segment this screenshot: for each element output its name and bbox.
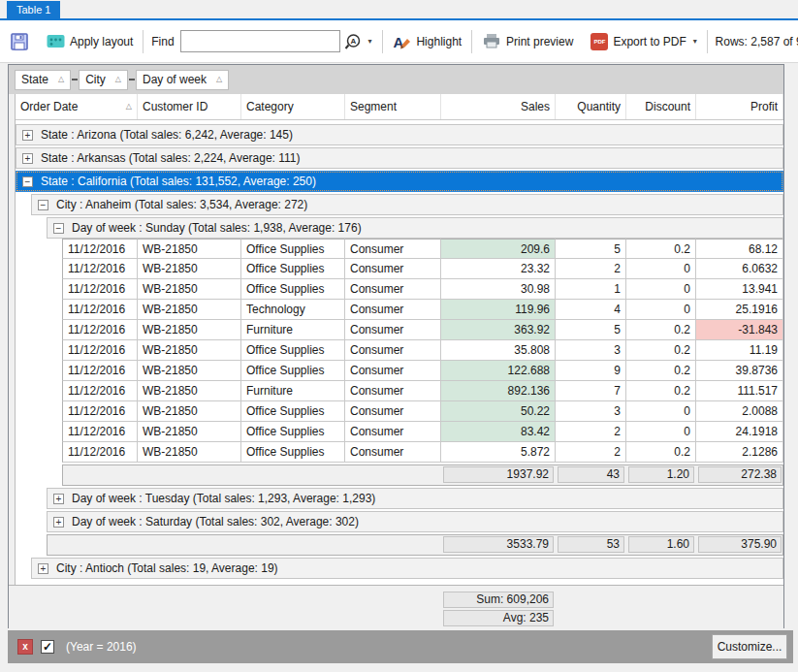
quantity-cell[interactable]: 1 <box>556 279 626 300</box>
order-date-cell[interactable]: 11/12/2016 <box>62 401 138 422</box>
expand-icon[interactable]: + <box>22 130 33 141</box>
table-row[interactable]: 11/12/2016WB-21850Office SuppliesConsume… <box>62 422 783 442</box>
sales-cell[interactable]: 119.96 <box>441 300 556 320</box>
expand-icon[interactable]: + <box>53 494 64 504</box>
group-row[interactable]: +State : Arizona (Total sales: 6,242, Av… <box>16 124 783 145</box>
quantity-cell[interactable]: 3 <box>556 340 626 361</box>
customer-id-cell[interactable]: WB-21850 <box>138 401 241 422</box>
sales-cell[interactable]: 35.808 <box>441 340 556 361</box>
expand-icon[interactable]: + <box>22 153 33 164</box>
table-row[interactable]: 11/12/2016WB-21850Office SuppliesConsume… <box>62 361 783 381</box>
quantity-cell[interactable]: 5 <box>556 239 626 259</box>
segment-cell[interactable]: Consumer <box>345 361 441 381</box>
export-pdf-dropdown-arrow[interactable]: ▾ <box>693 37 697 46</box>
customer-id-cell[interactable]: WB-21850 <box>138 442 241 463</box>
customer-id-cell[interactable]: WB-21850 <box>138 381 241 401</box>
group-row[interactable]: +City : Antioch (Total sales: 19, Averag… <box>31 558 783 579</box>
segment-cell[interactable]: Consumer <box>345 401 441 422</box>
export-pdf-button[interactable]: PDF Export to PDF ▾ <box>585 30 702 53</box>
table-row[interactable]: 11/12/2016WB-21850Office SuppliesConsume… <box>62 279 783 300</box>
order-date-cell[interactable]: 11/12/2016 <box>62 300 138 320</box>
column-header-order-date[interactable]: Order Date △ <box>16 94 138 119</box>
column-header-profit[interactable]: Profit <box>696 94 783 119</box>
print-preview-button[interactable]: Print preview <box>476 30 579 52</box>
collapse-icon[interactable]: − <box>22 176 33 187</box>
profit-cell[interactable]: 24.1918 <box>696 422 783 442</box>
discount-cell[interactable]: 0 <box>626 401 696 422</box>
customize-button[interactable]: Customize... <box>712 634 787 659</box>
table-row[interactable]: 11/12/2016WB-21850Office SuppliesConsume… <box>62 340 783 361</box>
quantity-cell[interactable]: 7 <box>556 381 626 401</box>
sales-cell[interactable]: 122.688 <box>441 361 556 381</box>
category-cell[interactable]: Furniture <box>241 320 345 340</box>
group-row[interactable]: +Day of week : Tuesday (Total sales: 1,2… <box>47 488 783 509</box>
group-row[interactable]: −Day of week : Sunday (Total sales: 1,93… <box>47 217 783 239</box>
customer-id-cell[interactable]: WB-21850 <box>138 279 241 300</box>
column-header-segment[interactable]: Segment <box>345 94 441 119</box>
order-date-cell[interactable]: 11/12/2016 <box>62 442 138 463</box>
customer-id-cell[interactable]: WB-21850 <box>138 340 241 361</box>
column-header-category[interactable]: Category <box>241 94 345 119</box>
group-row[interactable]: +Day of week : Saturday (Total sales: 30… <box>47 511 783 532</box>
save-button[interactable] <box>4 29 35 54</box>
profit-cell[interactable]: 6.0632 <box>696 259 783 279</box>
column-header-sales[interactable]: Sales <box>441 94 556 119</box>
discount-cell[interactable]: 0.2 <box>626 320 696 340</box>
customer-id-cell[interactable]: WB-21850 <box>138 300 241 320</box>
column-header-quantity[interactable]: Quantity <box>556 94 626 119</box>
sales-cell[interactable]: 363.92 <box>441 320 556 340</box>
table-row[interactable]: 11/12/2016WB-21850TechnologyConsumer119.… <box>62 300 783 320</box>
category-cell[interactable]: Furniture <box>241 381 345 401</box>
profit-cell[interactable]: 2.1286 <box>696 442 783 463</box>
customer-id-cell[interactable]: WB-21850 <box>138 422 241 442</box>
sales-cell[interactable]: 23.32 <box>441 259 556 279</box>
segment-cell[interactable]: Consumer <box>345 259 441 279</box>
discount-cell[interactable]: 0.2 <box>626 239 696 259</box>
discount-cell[interactable]: 0 <box>626 279 696 300</box>
tab-table-1[interactable]: Table 1 <box>7 1 60 18</box>
category-cell[interactable]: Office Supplies <box>241 442 345 463</box>
profit-cell[interactable]: 2.0088 <box>696 401 783 422</box>
sales-cell[interactable]: 30.98 <box>441 279 556 300</box>
table-row[interactable]: 11/12/2016WB-21850Office SuppliesConsume… <box>62 401 783 422</box>
segment-cell[interactable]: Consumer <box>345 300 441 320</box>
collapse-icon[interactable]: − <box>53 223 64 234</box>
group-field-day-of-week[interactable]: Day of week △ <box>136 70 229 90</box>
apply-layout-button[interactable]: Apply layout <box>41 31 139 51</box>
category-cell[interactable]: Office Supplies <box>241 279 345 300</box>
quantity-cell[interactable]: 2 <box>556 442 626 463</box>
customer-id-cell[interactable]: WB-21850 <box>138 239 241 259</box>
profit-cell[interactable]: -31.843 <box>696 320 783 340</box>
table-row[interactable]: 11/12/2016WB-21850Office SuppliesConsume… <box>62 442 783 463</box>
category-cell[interactable]: Office Supplies <box>241 361 345 381</box>
search-dropdown-arrow[interactable]: ▾ <box>368 37 372 46</box>
sales-cell[interactable]: 892.136 <box>441 381 556 401</box>
segment-cell[interactable]: Consumer <box>345 381 441 401</box>
customer-id-cell[interactable]: WB-21850 <box>138 320 241 340</box>
order-date-cell[interactable]: 11/12/2016 <box>62 239 138 259</box>
category-cell[interactable]: Office Supplies <box>241 422 345 442</box>
column-header-discount[interactable]: Discount <box>626 94 696 119</box>
profit-cell[interactable]: 13.941 <box>696 279 783 300</box>
category-cell[interactable]: Office Supplies <box>241 340 345 361</box>
group-row[interactable]: −State : California (Total sales: 131,55… <box>16 171 783 192</box>
expand-icon[interactable]: + <box>53 517 64 528</box>
order-date-cell[interactable]: 11/12/2016 <box>62 320 138 340</box>
sales-cell[interactable]: 209.6 <box>441 239 556 259</box>
order-date-cell[interactable]: 11/12/2016 <box>62 279 138 300</box>
order-date-cell[interactable]: 11/12/2016 <box>62 361 138 381</box>
order-date-cell[interactable]: 11/12/2016 <box>62 422 138 442</box>
quantity-cell[interactable]: 4 <box>556 300 626 320</box>
quantity-cell[interactable]: 5 <box>556 320 626 340</box>
remove-filter-button[interactable]: x <box>17 639 33 655</box>
discount-cell[interactable]: 0.2 <box>626 361 696 381</box>
order-date-cell[interactable]: 11/12/2016 <box>62 259 138 279</box>
sales-cell[interactable]: 5.872 <box>441 442 556 463</box>
discount-cell[interactable]: 0.2 <box>626 340 696 361</box>
segment-cell[interactable]: Consumer <box>345 422 441 442</box>
table-row[interactable]: 11/12/2016WB-21850FurnitureConsumer892.1… <box>62 381 783 401</box>
quantity-cell[interactable]: 2 <box>556 259 626 279</box>
profit-cell[interactable]: 39.8736 <box>696 361 783 381</box>
profit-cell[interactable]: 111.517 <box>696 381 783 401</box>
discount-cell[interactable]: 0.2 <box>626 442 696 463</box>
